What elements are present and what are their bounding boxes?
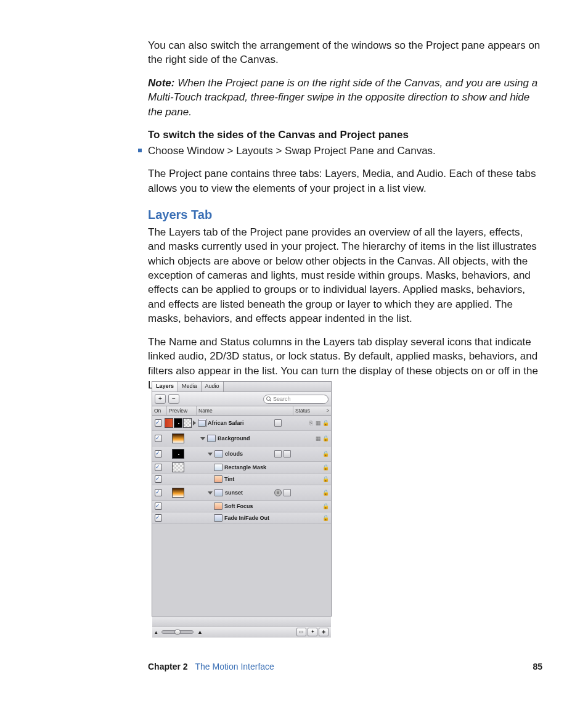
lock-status-icon[interactable]: 🔒 xyxy=(322,490,329,496)
disclosure-triangle-icon[interactable] xyxy=(193,421,196,425)
effect-indicator-icon xyxy=(284,489,291,496)
tab-audio[interactable]: Audio xyxy=(202,382,224,392)
disclosure-triangle-icon[interactable] xyxy=(200,437,205,440)
panel-tabbar: Layers Media Audio xyxy=(152,382,331,392)
name-cell[interactable]: Background xyxy=(192,435,274,442)
layer-type-icon xyxy=(214,489,223,496)
preview-cell xyxy=(165,449,192,459)
layer-type-icon xyxy=(214,503,223,510)
chapter-name: The Motion Interface xyxy=(195,662,274,671)
layer-row[interactable]: clouds🔒 xyxy=(152,446,331,462)
column-name[interactable]: Name xyxy=(197,406,293,415)
status-cell: 🔒 xyxy=(299,451,331,457)
layer-row[interactable]: Rectangle Mask🔒 xyxy=(152,462,331,474)
preview-thumbnail xyxy=(174,418,182,428)
name-cell[interactable]: Rectangle Mask xyxy=(192,464,274,471)
preview-cell xyxy=(165,488,192,498)
panel-toolbar: + − Search xyxy=(152,392,331,406)
disclosure-triangle-icon[interactable] xyxy=(208,453,213,456)
2d3d-status-icon[interactable]: ▦ xyxy=(315,435,321,441)
tab-media[interactable]: Media xyxy=(178,382,202,392)
visibility-checkbox[interactable] xyxy=(155,489,162,496)
layer-name-label: Background xyxy=(218,435,250,442)
thumbnail-size-slider[interactable] xyxy=(161,630,194,634)
layer-row[interactable]: Soft Focus🔒 xyxy=(152,501,331,512)
name-cell[interactable]: Fade In/Fade Out xyxy=(192,514,274,522)
layer-row[interactable]: Background▦🔒 xyxy=(152,431,331,446)
paragraph: You can also switch the arrangement of t… xyxy=(148,38,542,67)
preview-cell xyxy=(165,433,192,443)
overflow-columns-icon[interactable]: > xyxy=(325,406,331,415)
task-step: Choose Window > Layouts > Swap Project P… xyxy=(148,144,542,158)
lock-status-icon[interactable]: 🔒 xyxy=(322,503,329,509)
remove-button[interactable]: − xyxy=(168,394,179,404)
status-cell: 🔒 xyxy=(299,490,331,496)
show-behaviors-toggle[interactable]: ✦ xyxy=(308,628,317,636)
layer-type-icon xyxy=(214,514,223,522)
status-cell: 🔒 xyxy=(299,476,331,482)
name-cell[interactable]: clouds xyxy=(192,450,274,458)
paragraph: The Project pane contains three tabs: La… xyxy=(148,166,542,195)
2d3d-status-icon[interactable]: ▦ xyxy=(315,420,321,426)
show-filters-toggle[interactable]: ◈ xyxy=(319,628,329,636)
note-text: When the Project pane is on the right si… xyxy=(148,77,537,118)
status-cell: 🔒 xyxy=(299,503,331,509)
search-placeholder: Search xyxy=(273,395,291,403)
name-cell[interactable]: Tint xyxy=(192,475,274,483)
disclosure-triangle-icon[interactable] xyxy=(208,491,213,495)
tab-layers[interactable]: Layers xyxy=(152,382,178,392)
layer-name-label: Tint xyxy=(224,475,234,483)
visibility-checkbox[interactable] xyxy=(155,464,162,471)
column-on[interactable]: On xyxy=(152,406,167,415)
lock-status-icon[interactable]: 🔒 xyxy=(322,435,329,441)
task-heading: To switch the sides of the Canvas and Pr… xyxy=(148,128,542,142)
layer-row[interactable]: Tint🔒 xyxy=(152,474,331,485)
visibility-checkbox[interactable] xyxy=(155,450,162,458)
note-label: Note: xyxy=(148,77,174,89)
horizontal-scrollbar[interactable] xyxy=(152,617,331,626)
show-masks-toggle[interactable]: ▭ xyxy=(296,628,306,636)
page-number: 85 xyxy=(533,661,542,673)
visibility-checkbox[interactable] xyxy=(155,514,162,522)
lock-status-icon[interactable]: 🔒 xyxy=(322,476,329,482)
chapter-label: Chapter 2 xyxy=(148,662,188,671)
column-header-row: On Preview Name Status > xyxy=(152,406,331,416)
name-cell[interactable]: sunset xyxy=(192,489,274,496)
lock-status-icon[interactable]: 🔒 xyxy=(322,464,329,470)
preview-cell xyxy=(165,418,192,428)
name-cell[interactable]: African Safari xyxy=(192,419,274,427)
layer-type-icon xyxy=(214,450,223,458)
lock-status-icon[interactable]: 🔒 xyxy=(322,420,329,426)
panel-bottom-bar: ▴ ▲ ▭ ✦ ◈ xyxy=(152,626,331,638)
behavior-indicator-icon xyxy=(274,489,282,496)
column-status[interactable]: Status xyxy=(293,406,325,415)
section-heading: Layers Tab xyxy=(148,207,542,224)
layers-panel: Layers Media Audio + − Search On Preview… xyxy=(152,381,332,617)
visibility-checkbox[interactable] xyxy=(155,435,162,442)
layer-row[interactable]: sunset🔒 xyxy=(152,485,331,501)
layer-type-icon xyxy=(214,475,223,483)
layer-name-label: Fade In/Fade Out xyxy=(224,514,269,522)
add-button[interactable]: + xyxy=(155,394,166,404)
visibility-checkbox[interactable] xyxy=(155,419,162,427)
visibility-checkbox[interactable] xyxy=(155,475,162,483)
applied-effects-cell xyxy=(274,450,299,458)
zoom-min-icon: ▴ xyxy=(155,628,158,636)
applied-effects-cell xyxy=(274,489,299,496)
visibility-checkbox[interactable] xyxy=(155,503,162,510)
applied-effects-cell xyxy=(274,419,299,427)
layer-row[interactable]: African Safari⎘▦🔒 xyxy=(152,416,331,431)
lock-status-icon[interactable]: 🔒 xyxy=(322,515,329,521)
lock-status-icon[interactable]: 🔒 xyxy=(322,451,329,457)
search-input[interactable]: Search xyxy=(263,395,329,404)
layer-row[interactable]: Fade In/Fade Out🔒 xyxy=(152,512,331,524)
preview-cell xyxy=(165,462,192,472)
preview-thumbnail xyxy=(165,418,173,428)
note-paragraph: Note: When the Project pane is on the ri… xyxy=(148,76,542,119)
effect-indicator-icon xyxy=(274,450,282,458)
link-status-icon[interactable]: ⎘ xyxy=(308,420,314,426)
column-preview[interactable]: Preview xyxy=(167,406,197,415)
name-cell[interactable]: Soft Focus xyxy=(192,503,274,510)
preview-thumbnail xyxy=(183,418,192,428)
layers-list: African Safari⎘▦🔒Background▦🔒clouds🔒Rect… xyxy=(152,416,331,524)
